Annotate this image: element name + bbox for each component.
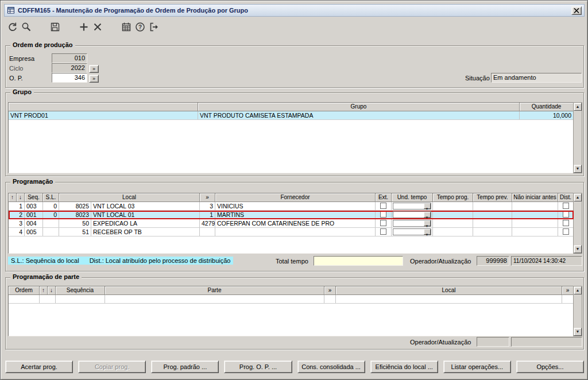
help-button[interactable]: ?: [133, 20, 147, 34]
local-cod-cell: 50: [59, 219, 91, 227]
prog-padrao-button[interactable]: Prog. padrão ...: [151, 360, 219, 373]
und-tempo-combo[interactable]: [393, 211, 431, 218]
search-button[interactable]: [20, 20, 33, 34]
add-button[interactable]: [77, 20, 91, 34]
undo-button[interactable]: [6, 20, 20, 34]
prog-row[interactable]: 3 004 50 EXPEDICAO LA 4279 COFERPAN COM …: [9, 219, 574, 228]
prog-row[interactable]: 4 005 51 RECEBER OP TB: [9, 228, 574, 236]
prog-row-selected[interactable]: 2 001 0 8023 VNT LOCAL 01 1 MARTINS: [9, 211, 574, 219]
parte-vertical-scrollbar[interactable]: [573, 286, 582, 336]
fornecedor-cod-cell: 1: [200, 211, 215, 219]
ext-checkbox[interactable]: [380, 228, 386, 235]
seq-cell: 003: [25, 202, 43, 210]
ext-cell: [376, 211, 392, 219]
app-icon: [7, 6, 15, 14]
ciclo-field[interactable]: 2022: [52, 63, 87, 73]
total-tempo-field: [314, 256, 403, 266]
save-icon: [49, 21, 61, 33]
dist-checkbox[interactable]: [563, 228, 569, 235]
situacao-label: Situação: [465, 75, 490, 82]
scroll-up-button[interactable]: [574, 193, 582, 201]
grupo-quantidade-cell: 10,000: [520, 111, 574, 119]
op-label: O. P.: [9, 75, 23, 82]
move-down-header-button[interactable]: ↓: [17, 193, 25, 202]
grupo-descricao-cell: VNT PRODUTO CAMISETA ESTAMPADA: [198, 111, 520, 119]
und-tempo-header: Und. tempo: [392, 193, 433, 202]
op-field[interactable]: 346: [52, 73, 87, 83]
exit-button[interactable]: [147, 20, 161, 34]
move-down-header-button[interactable]: ↓: [48, 286, 56, 295]
ciclo-zoom-button[interactable]: »: [89, 65, 99, 73]
scroll-up-button[interactable]: [574, 286, 582, 294]
op-zoom-button[interactable]: »: [89, 75, 99, 83]
ordem-legend: Ordem de produção: [10, 41, 75, 48]
ext-checkbox[interactable]: [380, 220, 386, 226]
chevron-down-icon[interactable]: [424, 229, 431, 235]
tempo-prev-header: Tempo prev.: [473, 193, 512, 202]
parte-groupbox: Programação de parte Ordem ↑ ↓ Sequência…: [5, 277, 584, 350]
schedule-button[interactable]: [119, 20, 133, 34]
und-tempo-combo[interactable]: [393, 203, 431, 210]
scroll-down-button[interactable]: [574, 165, 582, 173]
fornecedor-cell: [215, 228, 376, 236]
prog-legend: Programação: [10, 178, 55, 185]
row-number-cell: 2: [9, 211, 25, 219]
und-tempo-combo[interactable]: [393, 220, 431, 227]
chevron-down-icon[interactable]: [424, 203, 431, 209]
x-icon: [92, 21, 103, 33]
empresa-label: Empresa: [9, 55, 34, 62]
scroll-down-button[interactable]: [574, 245, 582, 253]
prog-table: ↑ ↓ Seq. S.L. Local » Fornecedor Ext. Un…: [8, 193, 574, 254]
scroll-track[interactable]: [574, 111, 582, 165]
parte-empty-row[interactable]: [9, 295, 574, 304]
save-button[interactable]: [48, 20, 62, 34]
local-zoom-header-button[interactable]: »: [562, 286, 574, 295]
operador-label: Operador/Atualização: [410, 339, 471, 346]
fornecedor-zoom-header-button[interactable]: »: [200, 193, 215, 202]
ciclo-label: Ciclo: [9, 65, 23, 72]
row-number-cell: 1: [9, 202, 25, 210]
chevron-down-icon[interactable]: [424, 212, 431, 218]
tempo-prev-cell: [473, 211, 512, 219]
prog-op-button[interactable]: Prog. O. P. ...: [224, 360, 292, 373]
eficiencia-local-button[interactable]: Eficiência do local ...: [370, 360, 438, 373]
chevron-down-icon[interactable]: [424, 220, 431, 226]
und-tempo-cell: [392, 228, 433, 236]
ext-checkbox[interactable]: [380, 211, 386, 218]
ordem-header: Ordem: [9, 286, 40, 295]
close-button[interactable]: [571, 6, 582, 15]
dist-checkbox[interactable]: [563, 203, 569, 209]
toolbar: ?: [6, 19, 161, 35]
scroll-up-button[interactable]: [574, 103, 582, 111]
window-title: CDFFM165 - Manutenção de Programação de …: [18, 7, 571, 14]
scroll-track[interactable]: [574, 294, 582, 328]
move-up-header-button[interactable]: ↑: [9, 193, 17, 202]
scroll-track[interactable]: [574, 201, 582, 245]
grupo-vertical-scrollbar[interactable]: [573, 102, 582, 173]
parte-zoom-header-button[interactable]: »: [324, 286, 336, 295]
titlebar: CDFFM165 - Manutenção de Programação de …: [4, 4, 585, 17]
acertar-prog-button[interactable]: Acertar prog.: [5, 360, 73, 373]
ext-header: Ext.: [376, 193, 392, 202]
local-cell: EXPEDICAO LA: [91, 219, 200, 227]
move-up-header-button[interactable]: ↑: [40, 286, 48, 295]
opcoes-button[interactable]: Opções...: [516, 360, 584, 373]
seq-header: Seq.: [25, 193, 43, 202]
fornecedor-cod-cell: 3: [200, 202, 215, 210]
dist-checkbox[interactable]: [563, 220, 569, 226]
ext-checkbox[interactable]: [380, 203, 386, 209]
listar-operacoes-button[interactable]: Listar operações...: [443, 360, 511, 373]
sl-cell: [43, 219, 59, 227]
dist-checkbox[interactable]: [563, 211, 569, 218]
cons-consolidada-button[interactable]: Cons. consolidada ...: [297, 360, 365, 373]
prog-vertical-scrollbar[interactable]: [573, 193, 582, 254]
legend-note: S.L.: Sequência do localDist.: Local atr…: [8, 257, 233, 265]
prog-row[interactable]: 1 003 0 8025 VNT LOCAL 03 3 VINICIUS: [9, 202, 574, 211]
scroll-down-button[interactable]: [574, 328, 582, 336]
grupo-row[interactable]: VNT PROD01 VNT PRODUTO CAMISETA ESTAMPAD…: [9, 111, 574, 120]
action-button-row: Acertar prog. Copiar prog. Prog. padrão …: [5, 360, 584, 373]
delete-button[interactable]: [91, 20, 105, 34]
fornecedor-cod-cell: 4279: [200, 219, 215, 227]
local-zoom-cell: [562, 295, 574, 303]
und-tempo-combo[interactable]: [393, 228, 431, 235]
